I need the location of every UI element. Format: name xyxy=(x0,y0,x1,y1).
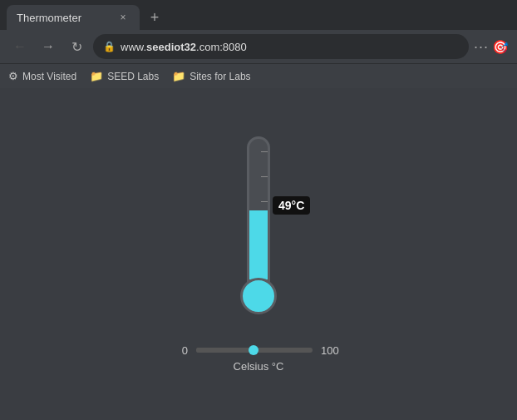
bookmark-seed-labs[interactable]: 📁 SEED Labs xyxy=(90,70,159,82)
address-bar[interactable]: 🔒 www.seediot32.com:8080 xyxy=(93,34,469,59)
slider-fill xyxy=(196,348,254,353)
nav-right-controls: ··· 🎯 xyxy=(474,38,509,56)
slider-track[interactable] xyxy=(196,348,313,353)
bookmark-sites-for-labs[interactable]: 📁 Sites for Labs xyxy=(172,70,250,82)
tick-mark xyxy=(261,201,268,202)
bookmarks-bar: ⚙ Most Visited 📁 SEED Labs 📁 Sites for L… xyxy=(0,63,517,88)
thermometer-tube xyxy=(247,136,270,282)
url-domain: seediot32 xyxy=(146,41,196,53)
slider-min-label: 0 xyxy=(171,344,188,357)
new-tab-button[interactable]: + xyxy=(143,6,166,29)
thermometer-fill xyxy=(249,210,268,279)
main-content: 49°C 0 100 Celsius °C xyxy=(0,88,517,420)
tick-mark xyxy=(261,151,268,152)
reload-button[interactable]: ↻ xyxy=(65,35,88,58)
back-button[interactable]: ← xyxy=(8,35,32,58)
folder-icon: 📁 xyxy=(90,70,103,82)
lock-icon: 🔒 xyxy=(103,41,116,52)
thermometer-container: 49°C xyxy=(238,136,279,319)
url-www: www. xyxy=(121,41,146,53)
thermometer-bulb xyxy=(240,278,277,314)
bookmark-seed-labs-label: SEED Labs xyxy=(107,71,159,82)
url-rest: .com:8080 xyxy=(196,41,247,53)
slider-max-label: 100 xyxy=(321,344,346,357)
tab-close-button[interactable]: × xyxy=(116,11,130,24)
gear-icon: ⚙ xyxy=(8,70,18,82)
forward-button[interactable]: → xyxy=(37,35,60,58)
slider-unit-label: Celsius °C xyxy=(234,360,284,373)
thermometer: 49°C xyxy=(238,136,279,319)
tab-title: Thermometer xyxy=(17,12,81,24)
url-display: www.seediot32.com:8080 xyxy=(121,41,247,53)
navigation-bar: ← → ↻ 🔒 www.seediot32.com:8080 ··· 🎯 xyxy=(0,30,517,63)
folder-icon-2: 📁 xyxy=(172,70,185,82)
slider-row: 0 100 xyxy=(171,344,346,357)
tab-bar: Thermometer × + xyxy=(0,0,517,30)
bookmark-sites-for-labs-label: Sites for Labs xyxy=(190,71,250,82)
temperature-label: 49°C xyxy=(273,196,310,215)
thermometer-tube-inner xyxy=(249,139,268,279)
pocket-button[interactable]: 🎯 xyxy=(492,39,509,55)
slider-thumb[interactable] xyxy=(249,345,258,355)
active-tab[interactable]: Thermometer × xyxy=(7,5,140,30)
bookmark-most-visited-label: Most Visited xyxy=(22,71,76,82)
tick-mark xyxy=(261,176,268,177)
bookmark-most-visited[interactable]: ⚙ Most Visited xyxy=(8,70,76,82)
menu-button[interactable]: ··· xyxy=(474,38,489,56)
slider-section: 0 100 Celsius °C xyxy=(171,344,346,373)
